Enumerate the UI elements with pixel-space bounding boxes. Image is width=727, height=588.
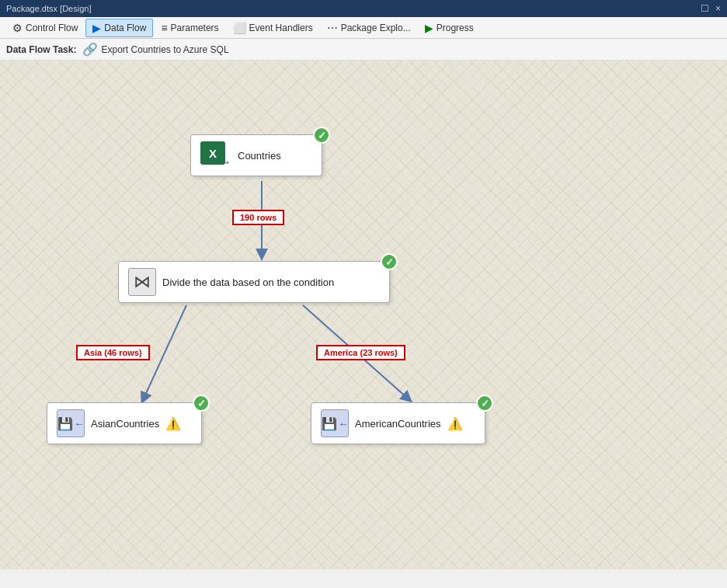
america-destination-node[interactable]: 💾← AmericanCountries ⚠️ ✓	[311, 402, 485, 444]
tab-data-flow[interactable]: ▶ Data Flow	[85, 19, 153, 37]
package-explorer-icon: ⋯	[327, 22, 338, 34]
svg-line-1	[144, 305, 186, 398]
tab-parameters-label: Parameters	[171, 23, 219, 33]
tab-event-handlers-label: Event Handlers	[249, 23, 313, 33]
tab-control-flow[interactable]: ⚙ Control Flow	[6, 19, 84, 37]
tab-package-explorer-label: Package Explo...	[341, 23, 411, 33]
source-node[interactable]: X → Countries ✓	[190, 134, 322, 176]
task-value: Export Countries to Azure SQL	[101, 44, 228, 55]
task-icon: 🔗	[82, 42, 98, 57]
connectors-svg	[0, 61, 727, 569]
tab-bar: ⚙ Control Flow ▶ Data Flow ≡ Parameters …	[0, 17, 727, 39]
source-row-count: 190 rows	[240, 213, 277, 222]
design-canvas: X → Countries ✓ 190 rows ⋈ Divide the da…	[0, 61, 727, 569]
event-handlers-icon: ⬜	[233, 22, 246, 34]
america-warning-icon: ⚠️	[447, 416, 463, 431]
asia-dest-icon: 💾←	[57, 409, 85, 437]
title-bar-actions: ☐ ×	[701, 3, 721, 14]
tab-event-handlers[interactable]: ⬜ Event Handlers	[227, 19, 319, 37]
title-text: Package.dtsx [Design]	[6, 4, 91, 13]
tab-parameters[interactable]: ≡ Parameters	[155, 19, 224, 37]
excel-icon-container: X →	[200, 141, 231, 169]
tab-progress[interactable]: ▶ Progress	[419, 19, 480, 37]
america-dest-icon: 💾←	[321, 409, 349, 437]
tab-progress-label: Progress	[437, 23, 474, 33]
title-bar: Package.dtsx [Design] ☐ ×	[0, 0, 727, 17]
asia-success-badge: ✓	[193, 395, 210, 412]
pin-button[interactable]: ☐	[701, 3, 709, 14]
task-label: Data Flow Task:	[6, 44, 76, 55]
data-flow-icon: ▶	[92, 22, 101, 34]
asia-warning-icon: ⚠️	[165, 416, 181, 431]
america-row-count: America (23 rows)	[324, 348, 398, 357]
source-row-badge: 190 rows	[232, 210, 284, 225]
america-node-label: AmericanCountries	[355, 418, 441, 430]
progress-icon: ▶	[425, 22, 433, 34]
toolbar: Data Flow Task: 🔗 Export Countries to Az…	[0, 39, 727, 61]
split-success-badge: ✓	[381, 253, 398, 270]
asia-row-badge: Asia (46 rows)	[76, 345, 150, 360]
source-node-label: Countries	[238, 150, 281, 162]
split-icon: ⋈	[128, 268, 156, 296]
split-node-label: Divide the data based on the condition	[162, 277, 334, 288]
america-row-badge: America (23 rows)	[316, 345, 405, 360]
asia-destination-node[interactable]: 💾← AsianCountries ⚠️ ✓	[47, 402, 202, 444]
asia-node-label: AsianCountries	[91, 418, 159, 430]
parameters-icon: ≡	[161, 22, 167, 34]
tab-control-flow-label: Control Flow	[26, 23, 78, 33]
close-button[interactable]: ×	[715, 3, 721, 14]
tab-package-explorer[interactable]: ⋯ Package Explo...	[321, 19, 417, 37]
tab-data-flow-label: Data Flow	[104, 23, 146, 33]
asia-row-count: Asia (46 rows)	[84, 348, 142, 357]
split-node[interactable]: ⋈ Divide the data based on the condition…	[118, 261, 390, 303]
control-flow-icon: ⚙	[12, 22, 23, 34]
arrow-icon: →	[219, 155, 231, 169]
america-success-badge: ✓	[476, 395, 493, 412]
source-success-badge: ✓	[313, 127, 330, 144]
